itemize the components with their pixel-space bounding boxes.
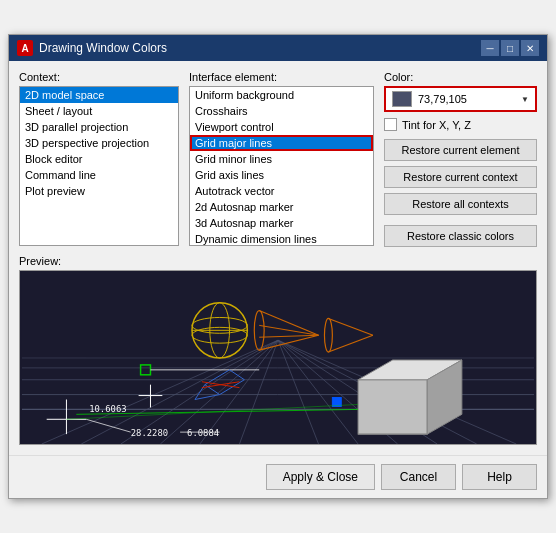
color-dropdown-wrapper: 73,79,105 ▼ — [384, 86, 537, 112]
help-button[interactable]: Help — [462, 464, 537, 490]
svg-text:6.0884: 6.0884 — [187, 428, 219, 438]
context-item-block[interactable]: Block editor — [20, 151, 178, 167]
interface-grid-axis[interactable]: Grid axis lines — [190, 167, 373, 183]
interface-2d-autosnap[interactable]: 2d Autosnap marker — [190, 199, 373, 215]
interface-uniform-bg[interactable]: Uniform background — [190, 87, 373, 103]
tint-checkbox[interactable] — [384, 118, 397, 131]
restore-classic-button[interactable]: Restore classic colors — [384, 225, 537, 247]
interface-viewport[interactable]: Viewport control — [190, 119, 373, 135]
color-swatch — [392, 91, 412, 107]
svg-rect-51 — [358, 380, 427, 434]
restore-context-button[interactable]: Restore current context — [384, 166, 537, 188]
preview-section: Preview: — [19, 255, 537, 445]
title-bar-controls: ─ □ ✕ — [481, 40, 539, 56]
top-section: Context: 2D model space Sheet / layout 3… — [19, 71, 537, 247]
maximize-button[interactable]: □ — [501, 40, 519, 56]
color-dropdown[interactable]: 73,79,105 ▼ — [384, 86, 537, 112]
preview-label: Preview: — [19, 255, 537, 267]
drawing-window-colors-dialog: A Drawing Window Colors ─ □ ✕ Context: 2… — [8, 34, 548, 499]
interface-listbox[interactable]: Uniform background Crosshairs Viewport c… — [189, 86, 374, 246]
interface-grid-major[interactable]: Grid major lines — [190, 135, 373, 151]
interface-3d-autosnap[interactable]: 3d Autosnap marker — [190, 215, 373, 231]
interface-crosshairs[interactable]: Crosshairs — [190, 103, 373, 119]
preview-canvas: 10.6063 28.2280 6.0884 — [19, 270, 537, 445]
preview-svg: 10.6063 28.2280 6.0884 — [20, 271, 536, 444]
interface-label: Interface element: — [189, 71, 374, 83]
interface-autotrack[interactable]: Autotrack vector — [190, 183, 373, 199]
context-item-command[interactable]: Command line — [20, 167, 178, 183]
minimize-button[interactable]: ─ — [481, 40, 499, 56]
context-item-3d-perspective[interactable]: 3D perspective projection — [20, 135, 178, 151]
restore-all-button[interactable]: Restore all contexts — [384, 193, 537, 215]
app-icon: A — [17, 40, 33, 56]
color-label: Color: — [384, 71, 537, 83]
tint-row: Tint for X, Y, Z — [384, 118, 537, 131]
svg-text:10.6063: 10.6063 — [89, 404, 126, 414]
apply-close-button[interactable]: Apply & Close — [266, 464, 375, 490]
interface-grid-minor[interactable]: Grid minor lines — [190, 151, 373, 167]
color-panel: Color: 73,79,105 ▼ Tint for X, Y, Z Rest… — [384, 71, 537, 247]
tint-label: Tint for X, Y, Z — [402, 119, 471, 131]
context-label: Context: — [19, 71, 179, 83]
context-panel: Context: 2D model space Sheet / layout 3… — [19, 71, 179, 247]
interface-panel: Interface element: Uniform background Cr… — [189, 71, 374, 247]
bottom-bar: Apply & Close Cancel Help — [9, 455, 547, 498]
dropdown-arrow-icon: ▼ — [521, 95, 529, 104]
title-bar: A Drawing Window Colors ─ □ ✕ — [9, 35, 547, 61]
context-item-sheet[interactable]: Sheet / layout — [20, 103, 178, 119]
color-value: 73,79,105 — [418, 93, 515, 105]
dialog-title: Drawing Window Colors — [39, 41, 167, 55]
context-item-2d[interactable]: 2D model space — [20, 87, 178, 103]
restore-element-button[interactable]: Restore current element — [384, 139, 537, 161]
context-item-3d-parallel[interactable]: 3D parallel projection — [20, 119, 178, 135]
close-button[interactable]: ✕ — [521, 40, 539, 56]
dialog-content: Context: 2D model space Sheet / layout 3… — [9, 61, 547, 455]
context-listbox[interactable]: 2D model space Sheet / layout 3D paralle… — [19, 86, 179, 246]
svg-text:28.2280: 28.2280 — [131, 428, 168, 438]
cancel-button[interactable]: Cancel — [381, 464, 456, 490]
interface-dynamic-dim[interactable]: Dynamic dimension lines — [190, 231, 373, 246]
context-item-plot[interactable]: Plot preview — [20, 183, 178, 199]
